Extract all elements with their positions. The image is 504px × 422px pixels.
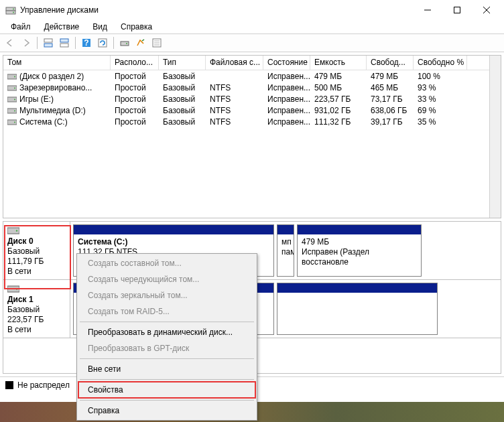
volume-capacity: 931,02 ГБ — [310, 106, 367, 115]
titlebar: Управление дисками — [0, 0, 504, 20]
volume-status: Исправен... — [263, 117, 310, 127]
menu-action[interactable]: Действие — [38, 21, 86, 33]
disk-icon — [7, 226, 19, 235]
col-layout[interactable]: Располо... — [111, 56, 159, 70]
svg-point-30 — [14, 121, 15, 123]
view-top-button[interactable] — [41, 36, 56, 50]
volume-layout: Простой — [111, 117, 159, 127]
partition-stripe — [74, 225, 273, 234]
disk-status: В сети — [7, 267, 67, 277]
partition-sub2: Исправен (Раздел восстановле — [302, 247, 417, 267]
disk-type: Базовый — [7, 247, 67, 257]
col-status[interactable]: Состояние — [263, 56, 310, 70]
maximize-button[interactable] — [442, 0, 472, 20]
svg-point-2 — [13, 9, 14, 10]
svg-point-22 — [14, 76, 15, 77]
volume-free: 638,06 ГБ — [367, 106, 414, 115]
context-separator — [80, 400, 254, 401]
volume-fs: NTFS — [206, 117, 263, 127]
menubar: Файл Действие Вид Справка — [0, 20, 504, 33]
minimize-button[interactable] — [413, 0, 442, 20]
volume-table: Том Располо... Тип Файловая с... Состоян… — [3, 55, 501, 218]
window-title: Управление дисками — [20, 5, 413, 15]
volume-status: Исправен... — [263, 72, 310, 81]
context-item: Преобразовать в GPT-диск — [78, 340, 255, 356]
back-button — [3, 36, 17, 50]
volume-layout: Простой — [111, 106, 159, 115]
svg-rect-8 — [44, 39, 52, 42]
partition-stripe — [277, 283, 437, 293]
disk-button[interactable] — [117, 36, 132, 50]
help-button[interactable]: ? — [79, 36, 94, 50]
volume-layout: Простой — [111, 72, 159, 81]
table-scrollbar[interactable] — [489, 56, 501, 218]
svg-point-34 — [16, 288, 17, 289]
partition-sub1: 479 МБ — [302, 237, 417, 247]
volume-freepct: 69 % — [414, 106, 467, 115]
partition[interactable] — [277, 283, 438, 335]
disk-info[interactable]: Диск 1Базовый223,57 ГБВ сети — [3, 280, 70, 338]
menu-file[interactable]: Файл — [4, 21, 38, 33]
view-bottom-button[interactable] — [57, 36, 72, 50]
svg-point-16 — [126, 43, 127, 44]
volume-status: Исправен... — [263, 106, 310, 115]
col-capacity[interactable]: Емкость — [310, 56, 367, 70]
context-separator — [80, 379, 254, 380]
disk-type: Базовый — [7, 305, 67, 315]
table-header: Том Располо... Тип Файловая с... Состоян… — [3, 56, 489, 70]
partition[interactable]: мп памя — [277, 224, 294, 277]
svg-point-24 — [14, 87, 15, 88]
volume-type: Базовый — [159, 72, 206, 81]
disk-status: В сети — [7, 325, 67, 335]
menu-view[interactable]: Вид — [86, 21, 114, 33]
volume-icon — [7, 107, 17, 114]
disk-info[interactable]: Диск 0Базовый111,79 ГБВ сети — [3, 222, 70, 279]
col-type[interactable]: Тип — [159, 56, 206, 70]
svg-point-28 — [14, 110, 15, 111]
volume-type: Базовый — [159, 94, 206, 104]
options-button[interactable] — [133, 36, 148, 50]
context-item[interactable]: Вне сети — [78, 361, 255, 377]
volume-type: Базовый — [159, 106, 206, 115]
context-item: Создать том RAID-5... — [78, 303, 255, 320]
toolbar: ? — [0, 33, 504, 52]
disk-icon — [7, 284, 19, 293]
table-row[interactable]: Зарезервировано...ПростойБазовыйNTFSИспр… — [3, 82, 489, 93]
context-item[interactable]: Преобразовать в динамический диск... — [78, 324, 255, 340]
partition-sub1: мп памя — [281, 237, 290, 257]
volume-layout: Простой — [111, 94, 159, 104]
list-button[interactable] — [149, 36, 164, 50]
close-button[interactable] — [472, 0, 501, 20]
svg-rect-31 — [7, 228, 19, 234]
volume-status: Исправен... — [263, 83, 310, 92]
table-row[interactable]: (Диск 0 раздел 2)ПростойБазовыйИсправен.… — [3, 70, 489, 82]
partition-stripe — [298, 225, 421, 234]
svg-text:?: ? — [84, 38, 88, 48]
col-fs[interactable]: Файловая с... — [206, 56, 263, 70]
col-free[interactable]: Свобод... — [367, 56, 414, 70]
table-row[interactable]: Игры (E:)ПростойБазовыйNTFSИсправен...22… — [3, 93, 489, 104]
refresh-button[interactable] — [95, 36, 110, 50]
svg-point-26 — [14, 98, 15, 100]
col-volume[interactable]: Том — [3, 56, 111, 70]
disk-size: 223,57 ГБ — [7, 315, 67, 325]
volume-name: Игры (E:) — [19, 94, 54, 104]
menu-help[interactable]: Справка — [114, 21, 159, 33]
partition-stripe — [277, 225, 294, 234]
volume-name: Система (C:) — [19, 117, 68, 127]
table-row[interactable]: Мультимедиа (D:)ПростойБазовыйNTFSИсправ… — [3, 104, 489, 116]
volume-capacity: 223,57 ГБ — [310, 94, 367, 104]
table-row[interactable]: Система (C:)ПростойБазовыйNTFSИсправен..… — [3, 116, 489, 127]
volume-free: 73,17 ГБ — [367, 94, 414, 104]
context-item[interactable]: Справка — [78, 403, 255, 419]
legend-swatch-unallocated — [5, 381, 13, 389]
partition[interactable]: 479 МБИсправен (Раздел восстановле — [297, 224, 422, 277]
volume-capacity: 500 МБ — [310, 83, 367, 92]
volume-free: 479 МБ — [367, 72, 414, 81]
col-freepct[interactable]: Свободно % — [414, 56, 467, 70]
volume-capacity: 479 МБ — [310, 72, 367, 81]
context-item[interactable]: Свойства — [78, 382, 255, 398]
context-menu: Создать составной том...Создать чередующ… — [76, 253, 257, 421]
volume-status: Исправен... — [263, 94, 310, 104]
volume-free: 39,17 ГБ — [367, 117, 414, 127]
